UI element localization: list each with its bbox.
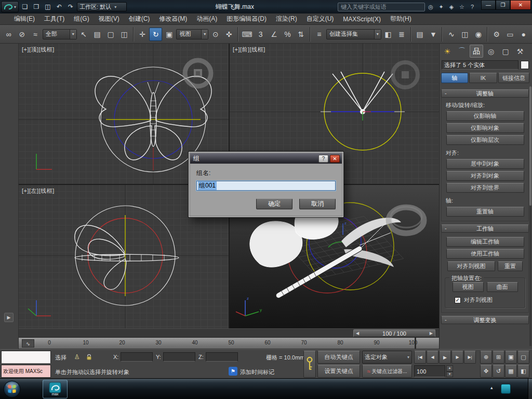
select-and-rotate-icon[interactable]: ↻ bbox=[149, 28, 162, 41]
align-icon[interactable]: ≣ bbox=[395, 28, 408, 41]
menu-graph-editors[interactable]: 图形编辑器(D) bbox=[222, 14, 271, 24]
unlink-selection-icon[interactable]: ⊘ bbox=[16, 28, 29, 41]
edit-named-selection-sets-icon[interactable]: ≡ bbox=[313, 28, 326, 41]
time-tag-icon[interactable]: ⚑ bbox=[229, 367, 237, 376]
rectangular-selection-region-icon[interactable]: ▢ bbox=[104, 28, 117, 41]
render-setup-icon[interactable]: ⚙ bbox=[490, 28, 503, 41]
layer-manager-icon[interactable]: ▤ bbox=[414, 28, 427, 41]
next-frame-arrow-icon[interactable]: ▶ bbox=[430, 331, 433, 336]
selection-info-field[interactable]: 选择了 5 个实体 bbox=[442, 60, 518, 70]
key-filters-button[interactable]: ≈ 关键点过滤器... bbox=[362, 365, 412, 378]
rollout-adjust-pivot-header[interactable]: - 调整轴 bbox=[441, 89, 529, 98]
group-dialog-titlebar[interactable]: 组 ? ✕ bbox=[190, 153, 342, 164]
open-file-icon[interactable]: ❒ bbox=[31, 2, 42, 12]
named-selection-sets-dropdown[interactable]: 创建选择集 ▼ bbox=[326, 29, 381, 39]
zoom-region-icon[interactable]: ✥ bbox=[480, 365, 492, 378]
percent-snap-icon[interactable]: % bbox=[281, 28, 294, 41]
y-coordinate-field[interactable] bbox=[163, 352, 195, 362]
mini-curve-editor-button[interactable]: ∿ bbox=[22, 339, 34, 348]
group-name-input[interactable]: 组001 bbox=[196, 181, 336, 191]
utilities-tab-icon[interactable]: ⚒ bbox=[513, 45, 527, 58]
maximize-viewport-toggle-icon[interactable]: ◧ bbox=[517, 365, 529, 378]
save-file-icon[interactable]: ◫ bbox=[43, 2, 53, 12]
rendered-frame-window-icon[interactable]: ▭ bbox=[503, 28, 516, 41]
motion-tab-icon[interactable]: ◎ bbox=[484, 45, 498, 58]
affect-hierarchy-only-button[interactable]: 仅影响层次 bbox=[446, 135, 524, 145]
select-and-manipulate-icon[interactable]: ✜ bbox=[222, 28, 235, 41]
subscription-center-icon[interactable]: ✦ bbox=[436, 2, 446, 11]
isolate-selection-icon[interactable]: ♙ bbox=[72, 352, 82, 362]
subtab-pivot[interactable]: 轴 bbox=[441, 73, 468, 83]
spinner-up-icon[interactable]: ▲ bbox=[446, 365, 453, 371]
bind-to-space-warp-icon[interactable]: ≈ bbox=[29, 28, 42, 41]
align-to-view-checkbox[interactable]: ✓ bbox=[455, 297, 461, 303]
time-slider-track[interactable]: ◀ 100 / 100 ▶ bbox=[19, 328, 439, 338]
taskbar-3dsmax-button[interactable]: max bbox=[43, 380, 68, 398]
close-button[interactable]: ✕ bbox=[510, 0, 531, 10]
previous-frame-button[interactable]: ◀ bbox=[427, 351, 438, 364]
tray-ime-icon[interactable] bbox=[501, 384, 511, 394]
cancel-button[interactable]: 取消 bbox=[299, 198, 336, 209]
minimize-button[interactable]: — bbox=[481, 0, 496, 10]
menu-animation[interactable]: 动画(A) bbox=[192, 14, 222, 24]
reference-coordinate-system-dropdown[interactable]: 视图 ▼ bbox=[176, 29, 208, 39]
show-desktop-button[interactable] bbox=[528, 379, 532, 399]
favorites-star-icon[interactable]: ☆ bbox=[457, 2, 467, 11]
start-button[interactable] bbox=[3, 380, 21, 398]
menu-views[interactable]: 视图(V) bbox=[94, 14, 124, 24]
go-to-start-button[interactable]: |◀ bbox=[414, 351, 426, 364]
current-frame-field[interactable]: 100 bbox=[414, 365, 445, 377]
menu-group[interactable]: 组(G) bbox=[69, 14, 94, 24]
viewport-left-label[interactable]: [+][左][线框] bbox=[22, 187, 55, 195]
subtab-ik[interactable]: IK bbox=[469, 73, 497, 83]
macro-recorder-field[interactable] bbox=[1, 351, 51, 364]
align-to-world-button[interactable]: 对齐到世界 bbox=[446, 183, 524, 193]
go-to-end-button[interactable]: ▶| bbox=[464, 351, 476, 364]
orbit-icon[interactable]: ▦ bbox=[505, 365, 517, 378]
next-frame-button[interactable]: ▶ bbox=[451, 351, 463, 364]
place-surface-button[interactable]: 曲面 bbox=[487, 282, 518, 292]
viewport-top-label[interactable]: [+][顶][线框] bbox=[22, 46, 55, 54]
previous-frame-arrow-icon[interactable]: ◀ bbox=[356, 331, 359, 336]
x-coordinate-field[interactable] bbox=[121, 352, 153, 362]
select-and-link-icon[interactable]: ∞ bbox=[2, 28, 15, 41]
curve-editor-icon[interactable]: ∿ bbox=[445, 28, 458, 41]
align-to-view-button[interactable]: 对齐到视图 bbox=[447, 261, 495, 271]
rollout-adjust-transform-header[interactable]: - 调整变换 bbox=[441, 316, 529, 324]
material-editor-icon[interactable]: ◉ bbox=[472, 28, 485, 41]
window-crossing-icon[interactable]: ◫ bbox=[118, 28, 131, 41]
affect-object-only-button[interactable]: 仅影响对象 bbox=[446, 123, 524, 133]
select-by-name-icon[interactable]: ▤ bbox=[91, 28, 104, 41]
undo-icon[interactable]: ↶ bbox=[54, 2, 64, 12]
dialog-help-button[interactable]: ? bbox=[318, 155, 328, 163]
key-mode-dropdown[interactable]: 选定对象 ▾ bbox=[362, 351, 412, 364]
place-view-button[interactable]: 视图 bbox=[453, 282, 484, 292]
viewport-front-label[interactable]: [+][前][线框] bbox=[233, 46, 265, 54]
maximize-button[interactable]: ❐ bbox=[496, 0, 510, 10]
time-slider-handle[interactable]: ◀ 100 / 100 ▶ bbox=[353, 329, 435, 337]
graphite-modeling-tools-icon[interactable]: ▼ bbox=[427, 28, 440, 41]
add-time-tag[interactable]: 添加时间标记 bbox=[240, 368, 274, 376]
reset-pivot-button[interactable]: 重置轴 bbox=[446, 207, 524, 217]
auto-key-button[interactable]: 自动关键点 bbox=[317, 351, 360, 364]
search-icon[interactable]: ◎ bbox=[426, 2, 435, 11]
help-icon[interactable]: ? bbox=[468, 2, 477, 11]
tray-expand-icon[interactable]: ▴ bbox=[490, 385, 493, 390]
redo-icon[interactable]: ↷ bbox=[65, 2, 76, 12]
application-menu-button[interactable]: ▾ bbox=[1, 1, 19, 12]
menu-tools[interactable]: 工具(T) bbox=[39, 14, 69, 24]
selection-lock-icon[interactable] bbox=[84, 352, 94, 362]
angle-snap-icon[interactable]: ∠ bbox=[268, 28, 281, 41]
object-color-swatch[interactable] bbox=[521, 61, 529, 69]
spinner-down-icon[interactable]: ▼ bbox=[446, 371, 453, 378]
selection-filter-dropdown[interactable]: 全部 ▼ bbox=[43, 29, 77, 39]
schematic-view-icon[interactable]: ◫ bbox=[458, 28, 471, 41]
panel-scrollbar[interactable] bbox=[529, 86, 531, 346]
frame-spinner[interactable]: ▲ ▼ bbox=[446, 365, 453, 377]
reset-button[interactable]: 重置 bbox=[498, 261, 523, 271]
pan-view-icon[interactable]: ↺ bbox=[493, 365, 504, 378]
rollout-working-pivot-header[interactable]: - 工作轴 bbox=[441, 224, 529, 233]
scrollbar-thumb[interactable] bbox=[529, 86, 531, 206]
mirror-icon[interactable]: ◧ bbox=[382, 28, 395, 41]
affect-pivot-only-button[interactable]: 仅影响轴 bbox=[446, 111, 524, 121]
